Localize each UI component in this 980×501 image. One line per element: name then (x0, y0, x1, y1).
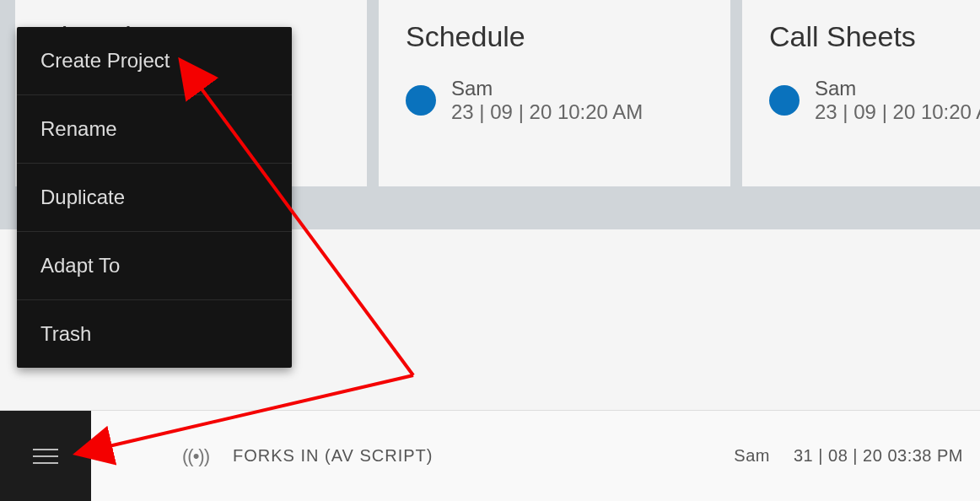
project-user: Sam (734, 446, 770, 466)
menu-item-adapt-to[interactable]: Adapt To (17, 232, 292, 300)
entry-text: Sam 23 | 09 | 20 10:20 AM (451, 77, 643, 124)
project-meta: Sam 31 | 08 | 20 03:38 PM (734, 446, 963, 466)
entry-time: 23 | 09 | 20 10:20 AM (451, 100, 643, 124)
card-title: Call Sheets (769, 20, 980, 53)
card-entry: Sam 23 | 09 | 20 10:20 A (769, 77, 980, 124)
project-menu-button[interactable] (0, 411, 91, 501)
card-entry: Sam 23 | 09 | 20 10:20 AM (406, 77, 703, 124)
card-title: Schedule (406, 20, 703, 53)
context-menu: Create Project Rename Duplicate Adapt To… (17, 27, 292, 368)
card-call-sheets[interactable]: Call Sheets Sam 23 | 09 | 20 10:20 A (742, 0, 980, 186)
entry-name: Sam (451, 77, 643, 100)
project-row[interactable]: ((•)) FORKS IN (AV SCRIPT) Sam 31 | 08 |… (0, 410, 980, 501)
project-timestamp: 31 | 08 | 20 03:38 PM (794, 446, 963, 466)
hamburger-icon (33, 449, 58, 464)
entry-time: 23 | 09 | 20 10:20 A (815, 100, 980, 124)
broadcast-icon: ((•)) (182, 445, 209, 467)
entry-text: Sam 23 | 09 | 20 10:20 A (815, 77, 980, 124)
menu-item-rename[interactable]: Rename (17, 95, 292, 164)
entry-name: Sam (815, 77, 980, 100)
avatar-dot (769, 85, 800, 116)
card-schedule[interactable]: Schedule Sam 23 | 09 | 20 10:20 AM (379, 0, 730, 186)
menu-item-trash[interactable]: Trash (17, 300, 292, 368)
project-title: FORKS IN (AV SCRIPT) (233, 446, 433, 466)
avatar-dot (406, 85, 436, 116)
menu-item-create-project[interactable]: Create Project (17, 27, 292, 95)
menu-item-duplicate[interactable]: Duplicate (17, 164, 292, 232)
